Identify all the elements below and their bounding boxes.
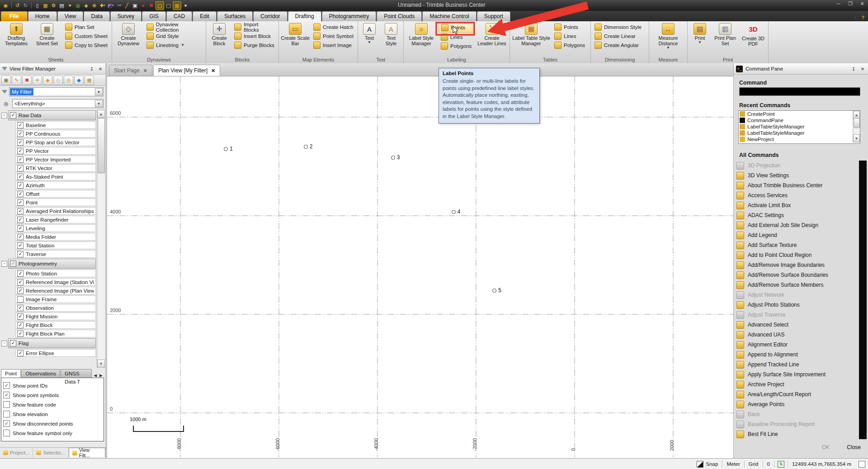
tree-item-row[interactable]: ✓PP Vector	[0, 147, 97, 155]
create-leader-lines-button[interactable]: ╲Create Leader Lines	[476, 22, 508, 47]
tree-scrollbar[interactable]: ▲ ▼	[97, 110, 105, 368]
grid-toggle[interactable]: Grid	[748, 461, 760, 467]
tab-corridor[interactable]: Corridor	[253, 11, 287, 21]
drafting-templates-button[interactable]: ⬆Drafting Templates	[1, 22, 31, 47]
checkbox[interactable]: ✓	[17, 199, 24, 206]
tree-item-row[interactable]: ✓Offset	[0, 189, 97, 198]
table-lines-button[interactable]: Lines	[552, 32, 589, 41]
close-tab-icon[interactable]: ✕	[211, 68, 215, 74]
plan-view-canvas[interactable]: 1000 m -8000-6000-4000-20000200060004000…	[107, 76, 733, 458]
checkbox[interactable]: ✓	[17, 331, 24, 337]
all-command-item[interactable]: Adjust Photo Stations	[736, 300, 858, 310]
scope-combobox[interactable]: <Everything> ▼	[12, 99, 104, 108]
recent-scrollbar[interactable]: ▲ ▼	[853, 111, 860, 142]
checkbox[interactable]: ✓	[17, 234, 24, 240]
subtab-scroll-right-icon[interactable]: ▶	[98, 373, 104, 378]
tree-item-row[interactable]: ✓Baseline	[0, 121, 97, 129]
collapse-icon[interactable]: −	[1, 341, 7, 346]
scroll-up-icon[interactable]: ▲	[97, 110, 105, 118]
checkbox[interactable]: ✓	[17, 350, 24, 356]
all-command-item[interactable]: Add/Remove Image Boundaries	[736, 260, 858, 270]
close-panel-icon[interactable]: ✕	[859, 66, 866, 71]
project-settings-gear-icon[interactable]: ⚙	[50, 2, 57, 9]
undo-icon[interactable]: ↺	[14, 2, 21, 9]
point-option-row[interactable]: Show feature symbol only	[3, 428, 102, 438]
checkbox[interactable]: ✓	[3, 392, 10, 398]
all-command-item[interactable]: Activate Limit Box	[736, 200, 858, 210]
checkbox[interactable]	[3, 401, 10, 408]
license-key-icon[interactable]: ✦	[66, 2, 74, 9]
checkbox[interactable]: ✓	[17, 225, 24, 232]
point-symbol-button[interactable]: Point Symbol	[311, 32, 356, 41]
tree-group-row[interactable]: ✓Flag−	[0, 338, 97, 349]
measure-distance-button[interactable]: ↔Measure Distance▼	[651, 22, 686, 51]
recent-command-item[interactable]: NewProject	[739, 136, 860, 142]
dynaview-collection-button[interactable]: Dynaview Collection	[144, 23, 204, 32]
label-polygons-button[interactable]: Polygons	[439, 42, 475, 51]
tab-machine-control[interactable]: Machine Control	[422, 11, 476, 21]
checkbox[interactable]: ✓	[17, 208, 24, 214]
all-command-item[interactable]: Advanced Select	[736, 320, 858, 330]
pan-view-icon[interactable]: ✛	[33, 76, 42, 85]
checkbox[interactable]: ✓	[17, 148, 24, 154]
all-command-item[interactable]: ADAC Settings	[736, 210, 858, 220]
checkbox[interactable]: ✓	[17, 165, 24, 171]
tree-item-row[interactable]: ✓Error Ellipse	[0, 349, 97, 357]
tree-group-row[interactable]: ✓Raw Data−	[0, 110, 97, 121]
document-tab-start-page[interactable]: Start Page✕	[109, 65, 152, 76]
all-command-item[interactable]: Area/Length/Count Report	[736, 389, 858, 399]
text-style-button[interactable]: AText Style	[380, 22, 402, 47]
close-button[interactable]: ✕	[858, 1, 866, 7]
coordinate-mode-icon[interactable]: ⇅	[778, 461, 784, 468]
tab-survey[interactable]: Survey	[110, 11, 142, 21]
tree-item-row[interactable]: ✓Photo Station	[0, 269, 97, 278]
tree-item-row[interactable]: ✓Flight Mission	[0, 312, 97, 321]
all-command-item[interactable]: Average Points	[736, 399, 858, 409]
tab-edit[interactable]: Edit	[193, 11, 217, 21]
tree-item-row[interactable]: ✓Referenced Image (Plan View)	[0, 286, 97, 295]
point-option-row[interactable]: Show feature code	[3, 400, 102, 409]
insert-image-button[interactable]: Insert Image	[311, 41, 356, 50]
all-command-item[interactable]: Append to Alignment	[736, 350, 858, 360]
new-filter-window-icon[interactable]: ▣	[1, 76, 11, 85]
recent-command-item[interactable]: LabelTableStyleManager	[739, 123, 860, 130]
purge-blocks-button[interactable]: Purge Blocks	[232, 41, 277, 50]
checkbox[interactable]: ✓	[17, 270, 24, 277]
import-blocks-button[interactable]: Import Blocks	[232, 23, 277, 32]
tree-item-row[interactable]: ✓Observation	[0, 303, 97, 312]
checkbox[interactable]: ✓	[17, 279, 24, 285]
tree-item-row[interactable]: ✓Point	[0, 198, 97, 207]
custom-sheet-button[interactable]: Custom Sheet	[63, 32, 110, 41]
all-command-item[interactable]: Apply Surface Site Improvement	[736, 370, 858, 379]
checkbox[interactable]	[17, 296, 24, 303]
point-option-row[interactable]: Show elevation	[3, 409, 102, 419]
grid-toggle-icon[interactable]: ▦	[173, 1, 181, 10]
command-input[interactable]	[739, 87, 860, 96]
chevron-down-icon[interactable]: ▼	[95, 88, 103, 95]
chevron-down-icon[interactable]: ▼	[95, 100, 103, 107]
qat-more-icon[interactable]: ▾	[182, 2, 189, 9]
tab-data[interactable]: Data	[84, 11, 109, 21]
all-command-item[interactable]: Append Tracked Line	[736, 360, 858, 370]
grid-style-button[interactable]: Grid Style	[144, 32, 204, 41]
tree-item-row[interactable]: ✓Flight Block	[0, 321, 97, 329]
checkbox[interactable]: ✓	[17, 182, 24, 189]
view-orientation-dropdown-icon[interactable]: ◔▾	[115, 2, 123, 9]
checkbox[interactable]: ✓	[17, 251, 24, 257]
pin-icon[interactable]: ↧	[89, 66, 95, 71]
panel-tab-selection-explorer-icon[interactable]: Selectio...	[33, 448, 68, 457]
checkbox[interactable]: ✓	[17, 313, 24, 320]
checkbox[interactable]: ✓	[10, 261, 16, 267]
point-option-row[interactable]: ✓Show point symbols	[3, 390, 102, 400]
tab-support[interactable]: Support	[477, 11, 510, 21]
label-points-button[interactable]: Points	[439, 23, 475, 33]
layers-icon[interactable]: ◆	[43, 76, 52, 85]
point-option-row[interactable]: ✓Show disconnected points	[3, 419, 102, 428]
collapse-icon[interactable]: −	[1, 261, 7, 267]
dimension-style-button[interactable]: Dimension Style	[592, 23, 647, 32]
help-icon[interactable]: ?	[861, 15, 864, 20]
close-panel-icon[interactable]: ✕	[97, 66, 104, 71]
internet-download-icon[interactable]: ◍	[74, 2, 82, 9]
layers-gray-icon[interactable]: ◇	[53, 76, 63, 85]
print-button[interactable]: ▤Print▼	[689, 22, 711, 45]
